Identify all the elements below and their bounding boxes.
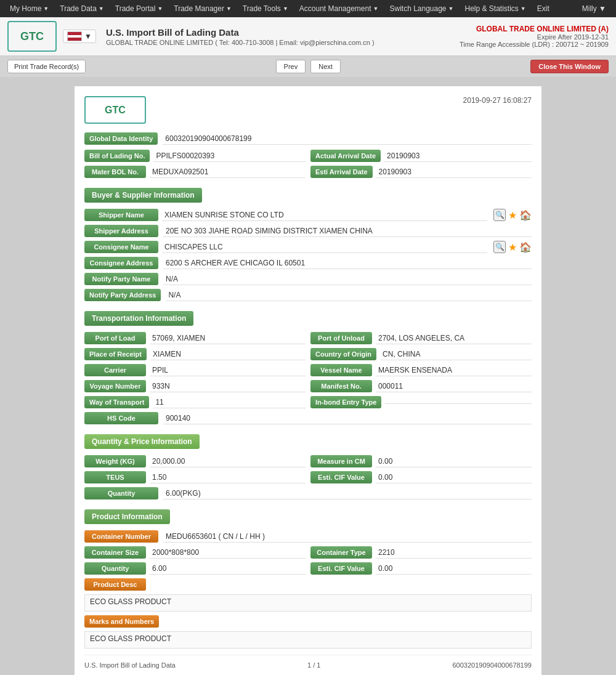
account-name: GLOBAL TRADE ONLINE LIMITED (A) (460, 25, 609, 33)
voyage-field: Voyage Number 933N (84, 380, 306, 392)
shipper-address-row: Shipper Address 20E NO 303 JIAHE ROAD SI… (84, 225, 532, 237)
container-size-value: 2000*808*800 (150, 547, 306, 559)
account-range: Time Range Accessible (LDR) : 200712 ~ 2… (460, 41, 609, 48)
toolbar-right: Close This Window (530, 60, 609, 73)
notify-party-address-row: Notify Party Address N/A (84, 289, 532, 301)
logo: GTC (7, 21, 57, 52)
port-of-unload-value: 2704, LOS ANGELES, CA (376, 333, 532, 344)
mater-bol-label: Mater BOL No. (84, 166, 146, 178)
measure-in-cm-label: Measure in CM (310, 455, 372, 467)
consignee-address-row: Consignee Address 6200 S ARCHER AVE CHIC… (84, 257, 532, 269)
consignee-search-icon[interactable]: 🔍 (493, 241, 506, 253)
nav-exit[interactable]: Exit (532, 2, 554, 15)
flag-selector[interactable]: ▼ (63, 30, 96, 43)
weight-value: 20,000.00 (150, 456, 306, 467)
nav-trade-portal-arrow: ▼ (157, 6, 163, 12)
buyer-supplier-section: Buyer & Supplier Information Shipper Nam… (84, 182, 532, 301)
shipper-name-value: XIAMEN SUNRISE STONE CO LTD (162, 209, 487, 221)
shipper-address-value: 20E NO 303 JIAHE ROAD SIMING DISTRICT XI… (163, 225, 532, 237)
esti-cif2-field: Esti. CIF Value 0.00 (310, 562, 532, 575)
page-subtitle: GLOBAL TRADE ONLINE LIMITED ( Tel: 400-7… (106, 39, 460, 46)
container-number-label: Container Number (84, 530, 158, 543)
bol-no-value: PPILFS00020393 (153, 150, 306, 162)
nav-my-home-arrow: ▼ (43, 6, 49, 12)
consignee-address-label: Consignee Address (84, 257, 158, 269)
measure-field: Measure in CM 0.00 (310, 455, 532, 467)
toolbar-left: Print Trade Record(s) (7, 60, 86, 73)
esti-arrival-value: 20190903 (376, 166, 532, 178)
actual-arrival-value: 20190903 (384, 150, 532, 162)
nav-user[interactable]: Milly ▼ (577, 2, 611, 15)
esti-arrival-field: Esti Arrival Date 20190903 (310, 166, 532, 178)
bol-row: Bill of Lading No. PPILFS00020393 Actual… (84, 150, 532, 162)
shipper-name-row: Shipper Name XIAMEN SUNRISE STONE CO LTD… (84, 209, 532, 221)
nav-trade-manager-arrow: ▼ (226, 6, 232, 12)
quantity2-value: 6.00 (150, 563, 306, 575)
next-button-top[interactable]: Next (310, 60, 341, 73)
page-title: U.S. Import Bill of Lading Data (106, 27, 460, 38)
quantity-price-header: Quantity & Price Information (84, 434, 200, 449)
voyage-manifest-row: Voyage Number 933N Manifest No. 000011 (84, 380, 532, 392)
nav-trade-manager[interactable]: Trade Manager ▼ (169, 2, 237, 15)
buyer-supplier-header: Buyer & Supplier Information (84, 188, 202, 203)
consignee-star-icon[interactable]: ★ (508, 241, 517, 253)
carrier-field: Carrier PPIL (84, 364, 306, 376)
product-desc-header-row: Product Desc (84, 578, 532, 591)
nav-trade-tools-arrow: ▼ (283, 6, 288, 12)
shipper-name-label: Shipper Name (84, 209, 158, 221)
nav-trade-tools[interactable]: Trade Tools ▼ (238, 2, 293, 15)
esti-cif-field: Esti. CIF Value 0.00 (310, 471, 532, 483)
port-row: Port of Load 57069, XIAMEN Port of Unloa… (84, 332, 532, 344)
country-origin-field: Country of Origin CN, CHINA (310, 348, 532, 360)
nav-trade-portal[interactable]: Trade Portal ▼ (110, 2, 168, 15)
logo-area: GTC ▼ (7, 21, 96, 52)
nav-help-statistics[interactable]: Help & Statistics ▼ (460, 2, 530, 15)
shipper-home-icon[interactable]: 🏠 (519, 209, 532, 221)
esti-cif-label: Esti. CIF Value (310, 471, 372, 483)
notify-party-address-value: N/A (166, 289, 532, 301)
hs-code-row: HS Code 900140 (84, 412, 532, 424)
notify-party-name-label: Notify Party Name (84, 273, 158, 285)
port-unload-field: Port of Unload 2704, LOS ANGELES, CA (310, 332, 532, 344)
product-desc-label: Product Desc (84, 578, 146, 591)
measure-in-cm-value: 0.00 (376, 456, 532, 467)
teus-cif-row: TEUS 1.50 Esti. CIF Value 0.00 (84, 471, 532, 483)
record-footer: U.S. Import Bill of Lading Data 1 / 1 60… (84, 655, 532, 669)
esti-cif-value: 0.00 (376, 472, 532, 483)
nav-account-management[interactable]: Account Management ▼ (294, 2, 384, 15)
print-button-top[interactable]: Print Trade Record(s) (7, 60, 86, 73)
record-footer-title: U.S. Import Bill of Lading Data (84, 661, 176, 669)
vessel-field: Vessel Name MAERSK ENSENADA (310, 364, 532, 376)
place-of-receipt-value: XIAMEN (150, 349, 306, 360)
nav-trade-data[interactable]: Trade Data ▼ (55, 2, 109, 15)
quantity-price-section: Quantity & Price Information Weight (KG)… (84, 428, 532, 499)
carrier-label: Carrier (84, 364, 146, 376)
way-transport-field: Way of Transport 11 (84, 396, 306, 408)
nav-my-home[interactable]: My Home ▼ (5, 2, 54, 15)
vessel-name-label: Vessel Name (310, 364, 372, 376)
shipper-search-icon[interactable]: 🔍 (493, 209, 506, 221)
port-load-field: Port of Load 57069, XIAMEN (84, 332, 306, 344)
record-logo: GTC (84, 96, 146, 124)
container-type-value: 2210 (376, 547, 532, 559)
nav-switch-lang-arrow: ▼ (448, 6, 454, 12)
nav-switch-language[interactable]: Switch Language ▼ (384, 2, 458, 15)
consignee-home-icon[interactable]: 🏠 (519, 241, 532, 253)
record-header: GTC 2019-09-27 16:08:27 (84, 96, 532, 124)
way-of-transport-value: 11 (153, 397, 306, 408)
esti-cif2-label: Esti. CIF Value (310, 562, 372, 575)
account-info: GLOBAL TRADE ONLINE LIMITED (A) Expire A… (460, 25, 609, 48)
marks-numbers-label: Marks and Numbers (84, 615, 159, 628)
nav-trade-data-arrow: ▼ (99, 6, 104, 12)
bol-no-label: Bill of Lading No. (84, 150, 150, 162)
mater-bol-row: Mater BOL No. MEDUXA092501 Esti Arrival … (84, 166, 532, 178)
in-bond-entry-type-label: In-bond Entry Type (310, 396, 381, 408)
port-of-load-value: 57069, XIAMEN (150, 333, 306, 344)
close-button-top[interactable]: Close This Window (530, 60, 609, 73)
record-footer-id: 600320190904000678199 (453, 661, 532, 669)
page-title-area: U.S. Import Bill of Lading Data GLOBAL T… (96, 27, 460, 46)
shipper-star-icon[interactable]: ★ (508, 209, 517, 221)
shipper-address-label: Shipper Address (84, 225, 158, 237)
container-number-value: MEDU6653601 ( CN / L / HH ) (163, 531, 532, 543)
prev-button-top[interactable]: Prev (276, 60, 306, 73)
